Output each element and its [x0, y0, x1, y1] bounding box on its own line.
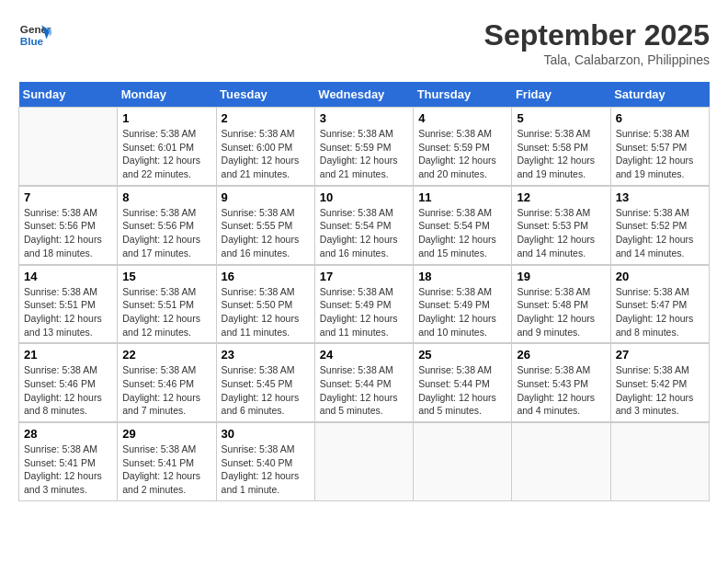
- day-number: 6: [616, 111, 704, 125]
- calendar-cell: [512, 422, 610, 500]
- calendar-week-row: 21Sunrise: 5:38 AM Sunset: 5:46 PM Dayli…: [19, 343, 710, 422]
- day-number: 16: [222, 270, 310, 283]
- day-number: 27: [616, 348, 704, 362]
- calendar-cell: 9Sunrise: 5:38 AM Sunset: 5:55 PM Daylig…: [216, 186, 314, 265]
- day-info: Sunrise: 5:38 AM Sunset: 5:51 PM Dayligh…: [24, 285, 112, 339]
- calendar-cell: [414, 422, 512, 500]
- weekday-header-tuesday: Tuesday: [216, 82, 314, 108]
- weekday-header-friday: Friday: [512, 82, 610, 108]
- calendar-cell: 11Sunrise: 5:38 AM Sunset: 5:54 PM Dayli…: [414, 186, 512, 265]
- calendar-cell: 13Sunrise: 5:38 AM Sunset: 5:52 PM Dayli…: [610, 186, 709, 265]
- day-number: 1: [122, 111, 210, 125]
- calendar-cell: 24Sunrise: 5:38 AM Sunset: 5:44 PM Dayli…: [314, 343, 413, 422]
- day-info: Sunrise: 5:38 AM Sunset: 5:50 PM Dayligh…: [222, 285, 310, 339]
- weekday-header-monday: Monday: [118, 82, 216, 108]
- calendar-cell: 29Sunrise: 5:38 AM Sunset: 5:41 PM Dayli…: [118, 422, 216, 500]
- day-info: Sunrise: 5:38 AM Sunset: 5:48 PM Dayligh…: [517, 285, 605, 339]
- calendar-cell: 26Sunrise: 5:38 AM Sunset: 5:43 PM Dayli…: [512, 343, 610, 422]
- calendar-cell: 30Sunrise: 5:38 AM Sunset: 5:40 PM Dayli…: [216, 422, 314, 500]
- day-info: Sunrise: 5:38 AM Sunset: 5:59 PM Dayligh…: [418, 127, 506, 181]
- calendar-cell: [610, 422, 709, 500]
- calendar-cell: 28Sunrise: 5:38 AM Sunset: 5:41 PM Dayli…: [19, 422, 118, 500]
- calendar-cell: 21Sunrise: 5:38 AM Sunset: 5:46 PM Dayli…: [19, 343, 118, 422]
- calendar-cell: 2Sunrise: 5:38 AM Sunset: 6:00 PM Daylig…: [216, 108, 314, 186]
- day-number: 4: [418, 111, 506, 125]
- day-number: 7: [24, 190, 112, 204]
- calendar-cell: 8Sunrise: 5:38 AM Sunset: 5:56 PM Daylig…: [118, 186, 216, 265]
- day-number: 20: [616, 270, 704, 283]
- day-number: 3: [320, 111, 408, 125]
- day-info: Sunrise: 5:38 AM Sunset: 5:44 PM Dayligh…: [320, 363, 408, 418]
- weekday-header-saturday: Saturday: [610, 82, 709, 108]
- day-number: 21: [24, 348, 112, 362]
- day-number: 19: [517, 270, 605, 283]
- title-block: September 2025 Tala, Calabarzon, Philipp…: [484, 18, 710, 67]
- day-info: Sunrise: 5:38 AM Sunset: 5:54 PM Dayligh…: [320, 206, 408, 260]
- month-title: September 2025: [484, 18, 710, 52]
- calendar-table: SundayMondayTuesdayWednesdayThursdayFrid…: [18, 82, 710, 501]
- day-info: Sunrise: 5:38 AM Sunset: 5:42 PM Dayligh…: [616, 363, 704, 418]
- day-number: 13: [616, 190, 704, 204]
- calendar-cell: 14Sunrise: 5:38 AM Sunset: 5:51 PM Dayli…: [19, 265, 118, 344]
- day-number: 18: [418, 270, 506, 283]
- calendar-cell: 10Sunrise: 5:38 AM Sunset: 5:54 PM Dayli…: [314, 186, 413, 265]
- day-number: 29: [122, 427, 210, 441]
- calendar-cell: 25Sunrise: 5:38 AM Sunset: 5:44 PM Dayli…: [414, 343, 512, 422]
- calendar-cell: 18Sunrise: 5:38 AM Sunset: 5:49 PM Dayli…: [414, 265, 512, 344]
- calendar-cell: 19Sunrise: 5:38 AM Sunset: 5:48 PM Dayli…: [512, 265, 610, 344]
- calendar-cell: 16Sunrise: 5:38 AM Sunset: 5:50 PM Dayli…: [216, 265, 314, 344]
- day-info: Sunrise: 5:38 AM Sunset: 5:46 PM Dayligh…: [122, 363, 210, 418]
- day-number: 8: [122, 190, 210, 204]
- calendar-cell: 12Sunrise: 5:38 AM Sunset: 5:53 PM Dayli…: [512, 186, 610, 265]
- day-info: Sunrise: 5:38 AM Sunset: 5:49 PM Dayligh…: [418, 285, 506, 339]
- calendar-cell: 4Sunrise: 5:38 AM Sunset: 5:59 PM Daylig…: [414, 108, 512, 186]
- day-info: Sunrise: 5:38 AM Sunset: 5:45 PM Dayligh…: [222, 363, 310, 418]
- calendar-cell: 5Sunrise: 5:38 AM Sunset: 5:58 PM Daylig…: [512, 108, 610, 186]
- day-info: Sunrise: 5:38 AM Sunset: 5:44 PM Dayligh…: [418, 363, 506, 418]
- day-number: 24: [320, 348, 408, 362]
- day-info: Sunrise: 5:38 AM Sunset: 6:01 PM Dayligh…: [122, 127, 210, 181]
- calendar-cell: 23Sunrise: 5:38 AM Sunset: 5:45 PM Dayli…: [216, 343, 314, 422]
- day-number: 23: [222, 348, 310, 362]
- day-info: Sunrise: 5:38 AM Sunset: 5:40 PM Dayligh…: [222, 442, 310, 497]
- day-info: Sunrise: 5:38 AM Sunset: 5:47 PM Dayligh…: [616, 285, 704, 339]
- location: Tala, Calabarzon, Philippines: [484, 52, 710, 67]
- svg-text:Blue: Blue: [20, 35, 44, 47]
- calendar-week-row: 7Sunrise: 5:38 AM Sunset: 5:56 PM Daylig…: [19, 186, 710, 265]
- calendar-cell: [19, 108, 118, 186]
- day-info: Sunrise: 5:38 AM Sunset: 5:59 PM Dayligh…: [320, 127, 408, 181]
- day-number: 10: [320, 190, 408, 204]
- day-number: 5: [517, 111, 605, 125]
- calendar-cell: 15Sunrise: 5:38 AM Sunset: 5:51 PM Dayli…: [118, 265, 216, 344]
- day-number: 25: [418, 348, 506, 362]
- calendar-week-row: 1Sunrise: 5:38 AM Sunset: 6:01 PM Daylig…: [19, 108, 710, 186]
- weekday-header-row: SundayMondayTuesdayWednesdayThursdayFrid…: [19, 82, 710, 108]
- day-number: 28: [24, 427, 112, 441]
- calendar-cell: 3Sunrise: 5:38 AM Sunset: 5:59 PM Daylig…: [314, 108, 413, 186]
- page-header: General Blue September 2025 Tala, Calaba…: [18, 18, 710, 67]
- day-info: Sunrise: 5:38 AM Sunset: 5:58 PM Dayligh…: [517, 127, 605, 181]
- logo-icon: General Blue: [18, 18, 51, 52]
- day-info: Sunrise: 5:38 AM Sunset: 6:00 PM Dayligh…: [222, 127, 310, 181]
- day-info: Sunrise: 5:38 AM Sunset: 5:56 PM Dayligh…: [122, 206, 210, 260]
- calendar-cell: 7Sunrise: 5:38 AM Sunset: 5:56 PM Daylig…: [19, 186, 118, 265]
- day-info: Sunrise: 5:38 AM Sunset: 5:52 PM Dayligh…: [616, 206, 704, 260]
- weekday-header-wednesday: Wednesday: [314, 82, 413, 108]
- day-number: 15: [122, 270, 210, 283]
- calendar-cell: 22Sunrise: 5:38 AM Sunset: 5:46 PM Dayli…: [118, 343, 216, 422]
- calendar-cell: 6Sunrise: 5:38 AM Sunset: 5:57 PM Daylig…: [610, 108, 709, 186]
- calendar-cell: 17Sunrise: 5:38 AM Sunset: 5:49 PM Dayli…: [314, 265, 413, 344]
- day-info: Sunrise: 5:38 AM Sunset: 5:43 PM Dayligh…: [517, 363, 605, 418]
- day-info: Sunrise: 5:38 AM Sunset: 5:57 PM Dayligh…: [616, 127, 704, 181]
- day-number: 14: [24, 270, 112, 283]
- logo: General Blue: [18, 18, 51, 52]
- day-number: 17: [320, 270, 408, 283]
- day-number: 2: [222, 111, 310, 125]
- day-info: Sunrise: 5:38 AM Sunset: 5:49 PM Dayligh…: [320, 285, 408, 339]
- day-info: Sunrise: 5:38 AM Sunset: 5:53 PM Dayligh…: [517, 206, 605, 260]
- day-info: Sunrise: 5:38 AM Sunset: 5:54 PM Dayligh…: [418, 206, 506, 260]
- calendar-week-row: 14Sunrise: 5:38 AM Sunset: 5:51 PM Dayli…: [19, 265, 710, 344]
- day-number: 9: [222, 190, 310, 204]
- calendar-cell: 1Sunrise: 5:38 AM Sunset: 6:01 PM Daylig…: [118, 108, 216, 186]
- day-info: Sunrise: 5:38 AM Sunset: 5:41 PM Dayligh…: [122, 442, 210, 497]
